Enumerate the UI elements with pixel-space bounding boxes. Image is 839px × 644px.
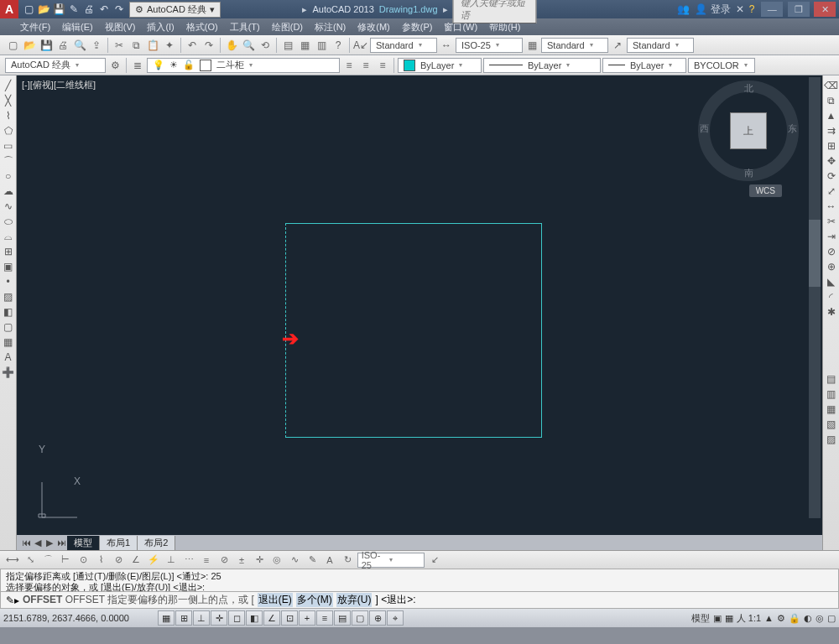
ducs-toggle[interactable]: ⊡ [281,610,298,626]
dyn-toggle[interactable]: + [299,610,315,626]
clean-screen-icon[interactable]: ▢ [827,613,836,624]
linetype-dropdown[interactable]: ByLayer▾ [483,58,601,73]
modelspace-button[interactable]: 模型 [691,612,710,625]
view-cube[interactable]: 北 南 西 东 上 [698,80,799,181]
open-icon[interactable]: 📂 [22,38,37,53]
menu-insert[interactable]: 插入(I) [142,19,179,35]
layout-nav-icon[interactable]: ▣ [713,613,722,624]
osnap-toggle[interactable]: ◻ [228,610,245,626]
qp-toggle[interactable]: ▢ [352,610,368,626]
cmd-option-undo[interactable]: 放弃(U) [336,593,373,607]
paste-icon[interactable]: 📋 [145,38,160,53]
menu-file[interactable]: 文件(F) [15,19,55,35]
pan-icon[interactable]: ✋ [224,38,239,53]
revcloud-icon[interactable]: ☁ [2,184,15,198]
tablestyle-dropdown[interactable]: Standard▾ [541,38,608,53]
ellipsearc-icon[interactable]: ⌓ [2,230,15,243]
insert-icon[interactable]: ⊞ [2,245,15,258]
help-icon[interactable]: ? [749,3,755,15]
sc-toggle[interactable]: ⊕ [369,610,386,626]
save-icon[interactable]: 💾 [39,38,54,53]
close-button[interactable]: ✕ [814,2,836,17]
explode-icon[interactable]: ✱ [825,305,838,319]
dim-radius-icon[interactable]: ⊙ [76,553,91,567]
array-icon[interactable]: ⊞ [825,139,838,153]
dim-quick-icon[interactable]: ⚡ [146,553,161,567]
new-icon[interactable]: ▢ [5,38,20,53]
trim-icon[interactable]: ✂ [825,215,838,228]
dim-inspect-icon[interactable]: ◎ [269,553,284,567]
sheet-icon[interactable]: ▤ [280,38,295,53]
qat-open-icon[interactable]: 📂 [37,3,50,16]
tab-last-icon[interactable]: ⏭ [55,538,67,548]
arc-icon[interactable]: ⌒ [2,154,15,168]
tpy-toggle[interactable]: ▤ [334,610,351,626]
app-logo[interactable]: A [0,0,18,18]
drawing-canvas[interactable]: [-][俯视][二维线框] ➔ YX 北 南 西 东 上 WCS [17,75,822,535]
menu-format[interactable]: 格式(O) [181,19,223,35]
lineweight-dropdown[interactable]: ByLayer▾ [602,58,686,73]
offset-icon[interactable]: ⇉ [825,124,838,138]
table-icon[interactable]: ▦ [2,335,15,349]
textstyle-dropdown[interactable]: Standard▾ [370,38,437,53]
tab-first-icon[interactable]: ⏮ [20,538,32,548]
lock-ui-icon[interactable]: 🔒 [789,613,800,624]
cut-icon[interactable]: ✂ [112,38,127,53]
dim-update-icon[interactable]: ↻ [340,553,355,567]
am-toggle[interactable]: ⌖ [387,610,404,626]
annovis-icon[interactable]: ▲ [764,613,774,623]
palette-icon[interactable]: ▧ [825,418,838,431]
qat-new-icon[interactable]: ▢ [22,3,35,16]
ellipse-icon[interactable]: ⬭ [2,215,15,228]
qat-saveas-icon[interactable]: ✎ [67,3,81,16]
ortho-toggle[interactable]: ⊥ [193,610,210,626]
dim-cont-icon[interactable]: ⋯ [181,553,196,567]
qat-undo-icon[interactable]: ↶ [97,3,111,16]
lwt-toggle[interactable]: ≡ [316,610,333,626]
polygon-icon[interactable]: ⬠ [2,124,15,138]
command-line[interactable]: ✎▸ OFFSET OFFSET 指定要偏移的那一侧上的点，或 [ 退出(E) … [0,592,839,609]
menu-view[interactable]: 视图(V) [100,19,141,35]
polar-toggle[interactable]: ✛ [211,610,227,626]
line-icon[interactable]: ╱ [2,79,15,92]
copy-icon[interactable]: ⧉ [128,38,143,53]
ucs-icon[interactable]: YX [30,477,81,522]
extend-icon[interactable]: ⇥ [825,230,838,243]
xline-icon[interactable]: ╳ [2,94,15,107]
dim-space-icon[interactable]: ≡ [199,553,214,567]
dim-linear-icon[interactable]: ⟷ [5,553,20,567]
undo-icon[interactable]: ↶ [185,38,200,53]
viewport-label[interactable]: [-][俯视][二维线框] [22,79,96,91]
dim-jogline-icon[interactable]: ∿ [287,553,302,567]
gear-icon[interactable]: ⚙ [107,58,122,73]
layerprop-icon[interactable]: ≣ [130,58,145,73]
rotate-icon[interactable]: ⟳ [825,169,838,183]
preview-icon[interactable]: 🔍 [72,38,87,53]
erase-icon[interactable]: ⌫ [825,79,838,92]
dim-tol-icon[interactable]: ± [234,553,249,567]
fillet-icon[interactable]: ◜ [825,290,838,304]
menu-tools[interactable]: 工具(T) [225,19,265,35]
dim-aligned-icon[interactable]: ⤡ [23,553,38,567]
plotstyle-dropdown[interactable]: BYCOLOR▾ [688,58,755,73]
chamfer-icon[interactable]: ◣ [825,275,838,288]
dim-edit-icon[interactable]: ✎ [305,553,320,567]
wcs-badge[interactable]: WCS [749,184,782,197]
cmd-option-exit[interactable]: 退出(E) [258,593,293,607]
viewcube-east[interactable]: 东 [788,122,797,135]
qat-save-icon[interactable]: 💾 [52,3,65,16]
orbit-icon[interactable]: ⟲ [258,38,273,53]
layer-tool-icon[interactable]: ≡ [375,58,390,73]
palette-icon[interactable]: ▦ [825,402,838,416]
palette-icon[interactable]: ▤ [825,372,838,386]
scale-icon[interactable]: ⤢ [825,184,838,198]
search-input[interactable]: 键入关键字或短语 [453,0,537,23]
dim-tedit-icon[interactable]: A [322,553,337,567]
dim-dia-icon[interactable]: ⊘ [111,553,126,567]
isolate-icon[interactable]: ◎ [816,613,824,624]
hardware-icon[interactable]: ◐ [804,613,812,624]
mleader-dropdown[interactable]: Standard▾ [627,38,694,53]
table-icon[interactable]: ▦ [524,38,539,53]
menu-edit[interactable]: 编辑(E) [57,19,98,35]
workspace-dropdown[interactable]: ⚙ AutoCAD 经典 ▾ [129,2,221,18]
